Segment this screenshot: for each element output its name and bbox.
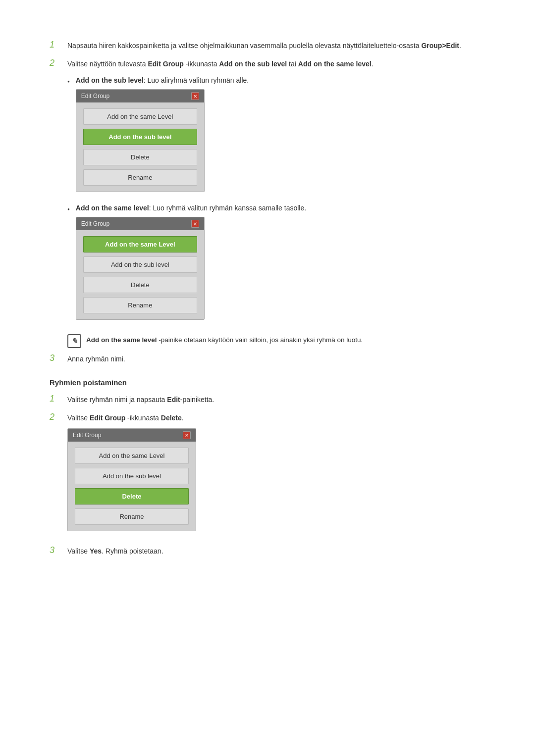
edit-group-dialog-3: Edit Group ✕ Add on the same Level Add o… [67,428,196,531]
dialog-3-btn-same-level[interactable]: Add on the same Level [75,448,189,464]
step-2-content: Valitse näyttöön tulevasta Edit Group -i… [67,58,485,69]
step-1-content: Napsauta hiiren kakkospainiketta ja vali… [67,40,485,51]
dialog-1-btn-sub-level[interactable]: Add on the sub level [83,129,197,145]
bullet-sub-level-content: Add on the sub level: Luo aliryhmä valit… [76,76,485,199]
delete-step-number-3: 3 [50,545,67,555]
dialog-1-btn-delete[interactable]: Delete [83,149,197,165]
note-row: ✎ Add on the same level -painike otetaan… [67,334,485,348]
step-2-bold3: Add on the same level [298,60,372,68]
delete-step-number-2: 2 [50,412,67,422]
delete-step-2-text: Valitse Edit Group -ikkunasta Delete. [67,413,485,423]
bullet-same-level-text: Add on the same level: Luo ryhmä valitun… [76,204,485,212]
dialog-2-title: Edit Group [81,220,109,227]
dialog-2-btn-same-level[interactable]: Add on the same Level [83,236,197,252]
bullet-sub-level-text: Add on the sub level: Luo aliryhmä valit… [76,76,485,84]
delete-step-3-text: Valitse Yes. Ryhmä poistetaan. [67,546,485,556]
dialog-2-wrapper: Edit Group ✕ Add on the same Level Add o… [76,217,485,320]
step-number-1: 1 [50,40,67,50]
dialog-1-titlebar: Edit Group ✕ [76,90,204,102]
step-2-bold1: Edit Group [148,60,183,68]
bullet-sub-level: ● Add on the sub level: Luo aliryhmä val… [67,76,485,327]
dialog-2-btn-delete[interactable]: Delete [83,277,197,293]
dialog-3-btn-rename[interactable]: Rename [75,508,189,525]
step-2-bold2: Add on the sub level [219,60,287,68]
dialog-3-btn-sub-level[interactable]: Add on the sub level [75,468,189,484]
bullet-same-level-item: ● Add on the same level: Luo ryhmä valit… [67,204,485,327]
step-2-text: Valitse näyttöön tulevasta Edit Group -i… [67,59,485,69]
step-3-content: Anna ryhmän nimi. [67,353,485,364]
step-2: 2 Valitse näyttöön tulevasta Edit Group … [50,58,485,69]
edit-group-dialog-1: Edit Group ✕ Add on the same Level Add o… [76,89,205,192]
step-number-3: 3 [50,353,67,363]
delete-step-3: 3 Valitse Yes. Ryhmä poistetaan. [50,545,485,556]
bullet-sub-level-label: Add on the sub level [76,76,144,84]
delete-section-heading: Ryhmien poistaminen [50,378,485,387]
delete-section: Ryhmien poistaminen 1 Valitse ryhmän nim… [50,378,485,556]
dialog-2-close-button[interactable]: ✕ [191,220,199,228]
note-bold: Add on the same level [86,336,157,344]
dialog-3-body: Add on the same Level Add on the sub lev… [68,442,196,531]
dialog-1-title: Edit Group [81,93,109,100]
edit-group-dialog-2: Edit Group ✕ Add on the same Level Add o… [76,217,205,320]
dialog-3-title: Edit Group [73,432,101,439]
step-1-bold: Group>Edit [421,42,459,50]
dialog-3-titlebar: Edit Group ✕ [68,429,196,442]
dialog-2-btn-rename[interactable]: Rename [83,297,197,313]
dialog-1-body: Add on the same Level Add on the sub lev… [76,102,204,192]
dialog-2-body: Add on the same Level Add on the sub lev… [76,230,204,319]
bullet-sub-level-item: ● Add on the sub level: Luo aliryhmä val… [67,76,485,199]
delete-step-1: 1 Valitse ryhmän nimi ja napsauta Edit-p… [50,394,485,405]
delete-step-2-bold1: Edit Group [90,414,125,422]
delete-step-number-1: 1 [50,394,67,404]
bullet-same-level-content: Add on the same level: Luo ryhmä valitun… [76,204,485,327]
dialog-1-close-button[interactable]: ✕ [191,92,199,100]
delete-step-1-content: Valitse ryhmän nimi ja napsauta Edit-pai… [67,394,485,405]
bullet-dot-2: ● [67,207,70,211]
note-icon: ✎ [67,334,81,348]
delete-step-3-bold: Yes [90,547,102,555]
step-1: 1 Napsauta hiiren kakkospainiketta ja va… [50,40,485,51]
step-3-text: Anna ryhmän nimi. [67,354,485,364]
step-number-2: 2 [50,58,67,68]
delete-step-2-content: Valitse Edit Group -ikkunasta Delete. Ed… [67,412,485,538]
delete-step-3-content: Valitse Yes. Ryhmä poistetaan. [67,545,485,556]
note-text: Add on the same level -painike otetaan k… [86,334,485,345]
dialog-1-btn-rename[interactable]: Rename [83,169,197,186]
bullet-dot-1: ● [67,79,70,84]
dialog-3-wrapper: Edit Group ✕ Add on the same Level Add o… [67,428,485,531]
dialog-3-close-button[interactable]: ✕ [183,431,191,439]
step-3: 3 Anna ryhmän nimi. [50,353,485,364]
dialog-1-btn-same-level[interactable]: Add on the same Level [83,108,197,125]
dialog-1-wrapper: Edit Group ✕ Add on the same Level Add o… [76,89,485,192]
step-1-text: Napsauta hiiren kakkospainiketta ja vali… [67,41,485,51]
delete-step-1-text: Valitse ryhmän nimi ja napsauta Edit-pai… [67,395,485,405]
dialog-2-btn-sub-level[interactable]: Add on the sub level [83,256,197,273]
delete-step-1-bold: Edit [167,396,180,403]
delete-step-2: 2 Valitse Edit Group -ikkunasta Delete. … [50,412,485,538]
delete-step-2-bold2: Delete [161,414,182,422]
dialog-2-titlebar: Edit Group ✕ [76,217,204,230]
dialog-3-btn-delete[interactable]: Delete [75,488,189,504]
bullet-same-level-label: Add on the same level [76,204,149,212]
